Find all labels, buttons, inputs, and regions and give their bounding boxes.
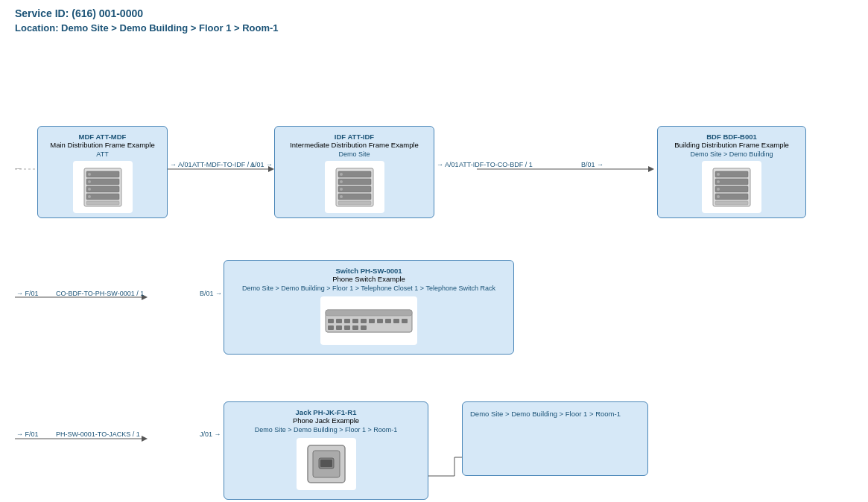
conn-mdf-cable: ATT-MDF-TO-IDF / 1	[192, 161, 255, 168]
svg-point-18	[88, 173, 91, 176]
switch-icon	[324, 302, 414, 340]
svg-rect-55	[336, 325, 342, 330]
svg-point-30	[340, 188, 343, 191]
svg-rect-34	[715, 179, 748, 185]
svg-rect-49	[369, 319, 375, 323]
diagram-area: - - - MDF ATT-MDF Main Distribution Fram…	[15, 44, 857, 491]
svg-rect-15	[86, 186, 119, 192]
svg-rect-47	[352, 319, 358, 323]
svg-point-40	[717, 188, 720, 191]
svg-marker-8	[142, 436, 148, 442]
jack-title1: Jack PH-JK-F1-R1	[229, 408, 423, 416]
svg-rect-52	[393, 319, 399, 323]
svg-rect-13	[86, 171, 119, 177]
idf-title1: IDF ATT-IDF	[279, 133, 429, 141]
svg-point-28	[340, 173, 343, 176]
jack-icon-area	[297, 438, 356, 490]
bdf-icon-area	[702, 161, 761, 213]
svg-rect-45	[336, 319, 342, 323]
switch-title1: Switch PH-SW-0001	[229, 267, 509, 275]
svg-rect-53	[402, 319, 408, 323]
svg-rect-43	[326, 310, 412, 316]
bdf-box[interactable]: BDF BDF-B001 Building Distribution Frame…	[657, 126, 806, 218]
conn-mdf-right: A/01 →	[250, 161, 273, 168]
conn-idf-cable: ATT-IDF-TO-CO-BDF / 1	[459, 161, 533, 168]
switch-box[interactable]: Switch PH-SW-0001 Phone Switch Example D…	[224, 260, 514, 355]
conn-sw-jack-left: → F/01	[16, 430, 39, 438]
svg-rect-35	[715, 186, 748, 192]
svg-rect-27	[338, 201, 371, 205]
switch-title3: Demo Site > Demo Building > Floor 1 > Te…	[229, 285, 509, 292]
svg-rect-16	[86, 194, 119, 200]
svg-point-38	[717, 173, 720, 176]
svg-rect-56	[344, 325, 350, 330]
svg-rect-44	[328, 319, 334, 323]
svg-rect-48	[361, 319, 367, 323]
svg-rect-37	[715, 201, 748, 205]
mdf-icon-area	[73, 161, 133, 213]
conn-mdf-left: → A/01	[170, 161, 192, 168]
left-dashes-mdf: - - -	[15, 163, 20, 172]
mdf-box[interactable]: MDF ATT-MDF Main Distribution Frame Exam…	[37, 126, 168, 218]
svg-point-29	[340, 180, 343, 183]
svg-rect-54	[328, 325, 334, 330]
svg-point-41	[717, 195, 720, 198]
mdf-title3: ATT	[42, 150, 162, 158]
conn-idf-right: B/01 →	[581, 161, 604, 168]
idf-icon-area	[325, 161, 384, 213]
svg-rect-63	[320, 460, 332, 467]
svg-rect-33	[715, 171, 748, 177]
svg-rect-57	[352, 325, 358, 330]
jack-title2: Phone Jack Example	[229, 416, 423, 425]
idf-title3: Demo Site	[279, 150, 429, 158]
svg-rect-24	[338, 179, 371, 185]
svg-rect-17	[86, 201, 119, 205]
switch-title2: Phone Switch Example	[229, 275, 509, 283]
rack-icon-mdf	[80, 167, 125, 208]
jack-icon	[304, 442, 349, 486]
svg-point-31	[340, 195, 343, 198]
mdf-title2: Main Distribution Frame Example	[42, 141, 162, 149]
jack-title3: Demo Site > Demo Building > Floor 1 > Ro…	[229, 426, 423, 433]
jack-box[interactable]: Jack PH-JK-F1-R1 Phone Jack Example Demo…	[224, 401, 428, 500]
conn-idf-left: → A/01	[437, 161, 459, 168]
svg-marker-3	[648, 166, 654, 172]
svg-point-20	[88, 188, 91, 191]
svg-rect-25	[338, 186, 371, 192]
location: Location: Demo Site > Demo Building > Fl…	[15, 22, 853, 34]
conn-bdf-sw-cable: CO-BDF-TO-PH-SW-0001 / 1	[56, 290, 144, 297]
bdf-title2: Building Distribution Frame Example	[662, 141, 801, 149]
svg-rect-50	[377, 319, 383, 323]
conn-sw-jack-cable: PH-SW-0001-TO-JACKS / 1	[56, 430, 140, 438]
switch-icon-area	[320, 296, 417, 345]
rack-icon-idf	[332, 167, 377, 208]
idf-title2: Intermediate Distribution Frame Example	[279, 141, 429, 149]
service-id: Service ID: (616) 001-0000	[15, 7, 853, 19]
svg-rect-36	[715, 194, 748, 200]
svg-point-19	[88, 180, 91, 183]
room-text: Demo Site > Demo Building > Floor 1 > Ro…	[470, 410, 621, 418]
svg-rect-58	[361, 325, 367, 330]
bdf-title1: BDF BDF-B001	[662, 133, 801, 141]
room-box: Demo Site > Demo Building > Floor 1 > Ro…	[462, 401, 648, 476]
svg-rect-23	[338, 171, 371, 177]
svg-rect-51	[385, 319, 391, 323]
svg-rect-14	[86, 179, 119, 185]
svg-rect-26	[338, 194, 371, 200]
rack-icon-bdf	[709, 167, 754, 208]
conn-bdf-sw-left: → F/01	[16, 290, 39, 297]
svg-point-21	[88, 195, 91, 198]
svg-rect-46	[344, 319, 350, 323]
conn-bdf-sw-right: B/01 →	[200, 290, 222, 297]
conn-sw-jack-right: J/01 →	[200, 430, 221, 438]
idf-box[interactable]: IDF ATT-IDF Intermediate Distribution Fr…	[274, 126, 434, 218]
svg-point-39	[717, 180, 720, 183]
bdf-title3: Demo Site > Demo Building	[662, 150, 801, 158]
mdf-title1: MDF ATT-MDF	[42, 133, 162, 141]
